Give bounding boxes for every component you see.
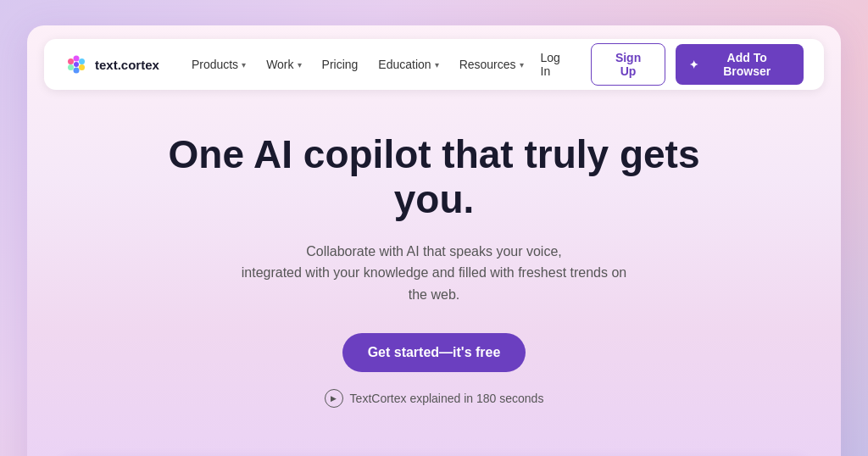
navbar: text.cortex Products ▾ Work ▾ Pricing Ed… bbox=[44, 39, 824, 90]
hero-title: One AI copilot that truly gets you. bbox=[137, 132, 731, 222]
svg-point-3 bbox=[68, 58, 74, 64]
nav-products[interactable]: Products ▾ bbox=[183, 53, 254, 76]
svg-point-0 bbox=[74, 62, 79, 67]
svg-point-1 bbox=[74, 56, 80, 62]
chevron-down-icon: ▾ bbox=[298, 60, 302, 70]
star-icon: ✦ bbox=[689, 58, 698, 71]
nav-resources[interactable]: Resources ▾ bbox=[451, 53, 532, 76]
logo[interactable]: text.cortex bbox=[64, 53, 159, 76]
brand-name: text.cortex bbox=[95, 58, 159, 72]
nav-left: text.cortex Products ▾ Work ▾ Pricing Ed… bbox=[64, 53, 532, 76]
page-wrapper: text.cortex Products ▾ Work ▾ Pricing Ed… bbox=[27, 25, 841, 456]
svg-point-4 bbox=[79, 58, 85, 64]
nav-right: Log In Sign Up ✦ Add To Browser bbox=[532, 43, 804, 86]
nav-links: Products ▾ Work ▾ Pricing Education ▾ Re… bbox=[183, 53, 532, 76]
add-to-browser-button[interactable]: ✦ Add To Browser bbox=[676, 44, 804, 85]
nav-pricing[interactable]: Pricing bbox=[314, 53, 367, 76]
video-link[interactable]: ▶ TextCortex explained in 180 seconds bbox=[325, 389, 544, 408]
svg-point-6 bbox=[79, 64, 85, 70]
login-button[interactable]: Log In bbox=[532, 46, 581, 83]
hero-section: One AI copilot that truly gets you. Coll… bbox=[103, 90, 765, 456]
signup-button[interactable]: Sign Up bbox=[591, 43, 666, 86]
svg-point-2 bbox=[74, 68, 80, 74]
logo-icon bbox=[64, 53, 88, 76]
chevron-down-icon: ▾ bbox=[435, 60, 439, 70]
svg-point-5 bbox=[68, 64, 74, 70]
nav-work[interactable]: Work ▾ bbox=[258, 53, 309, 76]
cta-button[interactable]: Get started—it's free bbox=[342, 333, 526, 372]
hero-subtitle: Collaborate with AI that speaks your voi… bbox=[231, 241, 637, 306]
chevron-down-icon: ▾ bbox=[242, 60, 246, 70]
nav-education[interactable]: Education ▾ bbox=[370, 53, 447, 76]
play-icon: ▶ bbox=[325, 389, 343, 408]
chevron-down-icon: ▾ bbox=[520, 60, 524, 70]
